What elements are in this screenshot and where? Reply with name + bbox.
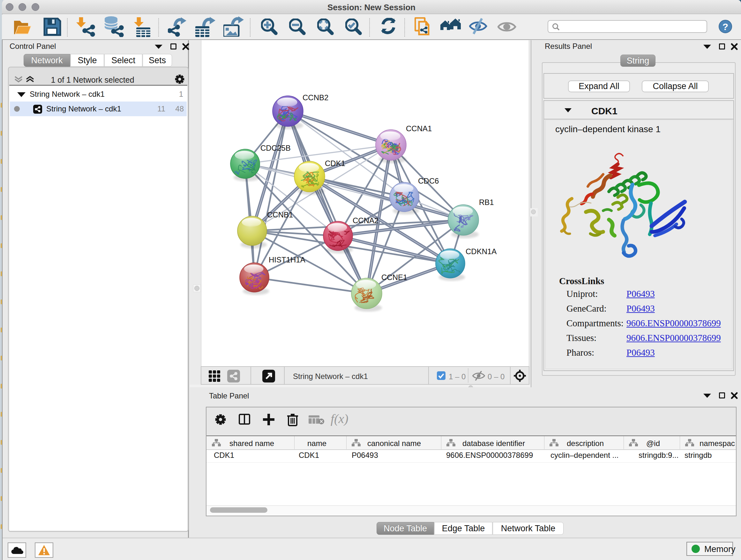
svg-text:CDK1: CDK1: [325, 159, 345, 168]
svg-text:CCNE1: CCNE1: [381, 273, 407, 282]
svg-text:RB1: RB1: [479, 198, 494, 206]
svg-text:CDC6: CDC6: [418, 177, 439, 185]
svg-text:CCNB1: CCNB1: [267, 210, 293, 219]
svg-text:CDC25B: CDC25B: [260, 144, 291, 152]
svg-text:CDKN1A: CDKN1A: [466, 247, 496, 256]
svg-text:CCNA1: CCNA1: [406, 124, 432, 133]
svg-text:HIST1H1A: HIST1H1A: [269, 255, 306, 264]
svg-text:CCNA2: CCNA2: [353, 216, 379, 225]
svg-text:CCNB2: CCNB2: [302, 93, 328, 102]
